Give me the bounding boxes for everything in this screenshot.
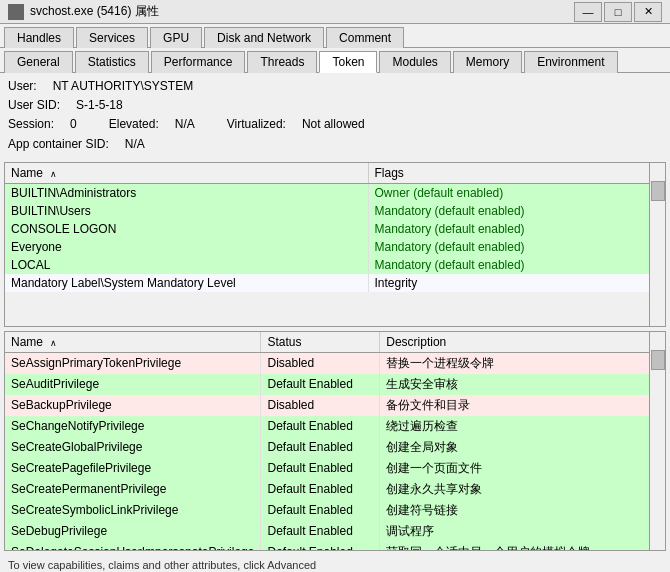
table-row[interactable]: SeDelegateSessionUserImpersonatePrivileg… (5, 542, 665, 551)
tab-memory[interactable]: Memory (453, 51, 522, 73)
bottom-scroll-thumb[interactable] (651, 350, 665, 370)
session-value: 0 (70, 115, 77, 134)
app-icon (8, 4, 24, 20)
bottom-hint-text: To view capabilities, claims and other a… (0, 555, 670, 572)
table-row[interactable]: EveryoneMandatory (default enabled) (5, 238, 665, 256)
tab-modules[interactable]: Modules (379, 51, 450, 73)
table-row[interactable]: CONSOLE LOGONMandatory (default enabled) (5, 220, 665, 238)
table-row[interactable]: SeBackupPrivilegeDisabled备份文件和目录 (5, 395, 665, 416)
table-row[interactable]: SeCreateSymbolicLinkPrivilegeDefault Ena… (5, 500, 665, 521)
appsid-value: N/A (125, 135, 145, 154)
tab-token[interactable]: Token (319, 51, 377, 73)
bottom-scrollbar[interactable] (649, 332, 665, 550)
title-text: svchost.exe (5416) 属性 (30, 3, 574, 20)
table-row[interactable]: SeCreateGlobalPrivilegeDefault Enabled创建… (5, 437, 665, 458)
tab-disk-and-network[interactable]: Disk and Network (204, 27, 324, 48)
table-row[interactable]: Mandatory Label\System Mandatory LevelIn… (5, 274, 665, 292)
table-row[interactable]: BUILTIN\AdministratorsOwner (default ena… (5, 183, 665, 202)
table-row[interactable]: SeDebugPrivilegeDefault Enabled调试程序 (5, 521, 665, 542)
table-row[interactable]: LOCALMandatory (default enabled) (5, 256, 665, 274)
sid-value: S-1-5-18 (76, 96, 123, 115)
appsid-label: App container SID: (8, 135, 109, 154)
col-desc-header[interactable]: Description (380, 332, 665, 353)
scroll-thumb[interactable] (651, 181, 665, 201)
window-controls: — □ ✕ (574, 2, 662, 22)
table-row[interactable]: SeCreatePermanentPrivilegeDefault Enable… (5, 479, 665, 500)
virtualized-value: Not allowed (302, 115, 365, 134)
tab-statistics[interactable]: Statistics (75, 51, 149, 73)
tab-gpu[interactable]: GPU (150, 27, 202, 48)
tab-environment[interactable]: Environment (524, 51, 617, 73)
virtualized-label: Virtualized: (227, 115, 286, 134)
tab-general[interactable]: General (4, 51, 73, 73)
user-info-section: User: NT AUTHORITY\SYSTEM User SID: S-1-… (0, 73, 670, 158)
elevated-value: N/A (175, 115, 195, 134)
tab-comment[interactable]: Comment (326, 27, 404, 48)
sid-label: User SID: (8, 96, 60, 115)
col-priv-name-header[interactable]: Name ∧ (5, 332, 261, 353)
col-status-header[interactable]: Status (261, 332, 380, 353)
bottom-privileges-table[interactable]: Name ∧ Status Description SeAssignPrimar… (4, 331, 666, 551)
tab-handles[interactable]: Handles (4, 27, 74, 48)
elevated-label: Elevated: (109, 115, 159, 134)
sort-arrow-priv: ∧ (50, 338, 57, 348)
sort-arrow-name: ∧ (50, 169, 57, 179)
table-row[interactable]: SeChangeNotifyPrivilegeDefault Enabled绕过… (5, 416, 665, 437)
session-label: Session: (8, 115, 54, 134)
scrollbar[interactable] (649, 163, 665, 326)
tab-services[interactable]: Services (76, 27, 148, 48)
maximize-button[interactable]: □ (604, 2, 632, 22)
tab-row-2: General Statistics Performance Threads T… (0, 48, 670, 73)
user-label: User: (8, 77, 37, 96)
tab-row-1: Handles Services GPU Disk and Network Co… (0, 24, 670, 48)
tab-threads[interactable]: Threads (247, 51, 317, 73)
col-flags-header[interactable]: Flags (368, 163, 665, 184)
user-value: NT AUTHORITY\SYSTEM (53, 77, 193, 96)
table-row[interactable]: SeCreatePagefilePrivilegeDefault Enabled… (5, 458, 665, 479)
minimize-button[interactable]: — (574, 2, 602, 22)
title-bar: svchost.exe (5416) 属性 — □ ✕ (0, 0, 670, 24)
table-row[interactable]: SeAssignPrimaryTokenPrivilegeDisabled替换一… (5, 352, 665, 374)
table-row[interactable]: SeAuditPrivilegeDefault Enabled生成安全审核 (5, 374, 665, 395)
top-privileges-table[interactable]: Name ∧ Flags BUILTIN\AdministratorsOwner… (4, 162, 666, 327)
tab-performance[interactable]: Performance (151, 51, 246, 73)
close-button[interactable]: ✕ (634, 2, 662, 22)
table-row[interactable]: BUILTIN\UsersMandatory (default enabled) (5, 202, 665, 220)
col-name-header[interactable]: Name ∧ (5, 163, 368, 184)
